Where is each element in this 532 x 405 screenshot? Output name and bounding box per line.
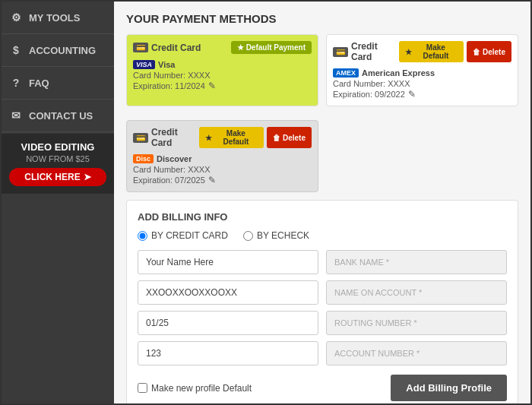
faq-icon: ? — [9, 76, 23, 90]
dollar-icon: $ — [9, 43, 23, 57]
credit-card-icon: 💳 — [133, 43, 148, 52]
default-payment-badge: ★ Default Payment — [231, 41, 312, 54]
payment-cards-grid: 💳 Credit Card ★ Default Payment VISA Vis… — [126, 34, 518, 106]
echeck-fields — [326, 250, 507, 365]
billing-footer: Make new profile Default Add Billing Pro… — [138, 375, 507, 401]
sidebar-item-label: CONTACT US — [29, 110, 93, 122]
card-actions: ★ Make Default 🗑 Delete — [399, 41, 511, 62]
sidebar: ⚙ MY TOOLS $ ACCOUNTING ? FAQ ✉ CONTACT … — [2, 2, 114, 403]
credit-card-icon: 💳 — [333, 47, 348, 57]
sidebar-item-my-tools[interactable]: ⚙ MY TOOLS — [2, 2, 114, 34]
delete-button-discover[interactable]: 🗑 Delete — [267, 127, 312, 148]
card-brand: AMEX American Express — [333, 68, 511, 78]
name-on-account-input[interactable] — [326, 280, 507, 305]
make-default-checkbox-label[interactable]: Make new profile Default — [138, 383, 252, 394]
payment-card-visa: 💳 Credit Card ★ Default Payment VISA Vis… — [126, 34, 318, 106]
card-info-discover: Disc Discover Card Number: XXXX Expirati… — [133, 154, 312, 185]
expiry-input[interactable] — [138, 311, 318, 335]
card-expiry: Expiration: 09/2022 ✎ — [333, 89, 511, 100]
arrow-icon: ➤ — [84, 172, 91, 182]
cvv-input[interactable] — [138, 341, 318, 365]
make-default-checkbox[interactable] — [138, 383, 147, 393]
credit-card-icon: 💳 — [133, 133, 148, 143]
echeck-option-label: BY ECHECK — [257, 230, 309, 241]
add-billing-button-label: Add Billing Profile — [406, 382, 492, 394]
promo-title: VIDEO EDITING — [9, 141, 106, 153]
page-title: YOUR PAYMENT METHODS — [126, 12, 518, 25]
billing-section: ADD BILLING INFO BY CREDIT CARD BY ECHEC… — [126, 200, 518, 403]
card-number-input[interactable] — [138, 280, 318, 305]
star-icon: ★ — [205, 134, 212, 142]
payment-card-discover: 💳 Credit Card ★ Make Default 🗑 Delete — [126, 120, 318, 192]
billing-title: ADD BILLING INFO — [138, 211, 507, 223]
card-actions: ★ Make Default 🗑 Delete — [199, 127, 312, 148]
cardholder-name-input[interactable] — [138, 250, 318, 274]
billing-columns — [138, 250, 507, 365]
gear-icon: ⚙ — [9, 11, 23, 24]
main-content: YOUR PAYMENT METHODS 💳 Credit Card ★ Def… — [114, 2, 530, 403]
card-brand: Disc Discover — [133, 154, 312, 163]
edit-icon[interactable]: ✎ — [208, 81, 216, 91]
star-icon: ★ — [405, 48, 412, 56]
discover-badge: Disc — [133, 154, 154, 163]
card-number: Card Number: XXXX — [133, 165, 312, 174]
sidebar-item-label: ACCOUNTING — [29, 45, 96, 56]
payment-card-amex: 💳 Credit Card ★ Make Default 🗑 Delete — [326, 34, 518, 106]
trash-icon: 🗑 — [473, 48, 480, 56]
credit-card-radio[interactable] — [138, 231, 147, 241]
routing-number-input[interactable] — [326, 311, 507, 335]
promo-click-here-button[interactable]: CLICK HERE ➤ — [9, 168, 106, 186]
make-default-label-text: Make new profile Default — [151, 383, 252, 394]
edit-icon[interactable]: ✎ — [208, 175, 216, 185]
sidebar-item-label: MY TOOLS — [29, 12, 80, 24]
sidebar-item-faq[interactable]: ? FAQ — [2, 67, 114, 100]
card-brand: VISA Visa — [133, 60, 312, 69]
card-type-label: 💳 Credit Card — [133, 43, 201, 53]
promo-subtitle: NOW FROM $25 — [9, 154, 106, 163]
card-info-amex: AMEX American Express Card Number: XXXX … — [333, 68, 511, 100]
promo-button-label: CLICK HERE — [24, 172, 80, 182]
payment-card-discover-row: 💳 Credit Card ★ Make Default 🗑 Delete — [126, 120, 518, 192]
sidebar-item-accounting[interactable]: $ ACCOUNTING — [2, 34, 114, 67]
make-default-button-discover[interactable]: ★ Make Default — [199, 127, 264, 148]
envelope-icon: ✉ — [9, 109, 23, 122]
credit-card-option[interactable]: BY CREDIT CARD — [138, 230, 228, 241]
credit-card-fields — [138, 250, 318, 365]
card-number: Card Number: XXXX — [333, 79, 511, 88]
credit-card-option-label: BY CREDIT CARD — [151, 230, 228, 241]
echeck-radio[interactable] — [243, 231, 253, 241]
account-number-input[interactable] — [326, 341, 507, 365]
trash-icon: 🗑 — [273, 134, 280, 142]
card-header: 💳 Credit Card ★ Make Default 🗑 Delete — [333, 41, 511, 62]
star-icon: ★ — [237, 43, 244, 52]
card-actions: ★ Default Payment — [231, 41, 312, 54]
sidebar-item-label: FAQ — [29, 78, 49, 89]
card-number: Card Number: XXXX — [133, 71, 312, 80]
card-info-visa: VISA Visa Card Number: XXXX Expiration: … — [133, 60, 312, 91]
make-default-button-amex[interactable]: ★ Make Default — [399, 41, 464, 62]
card-header: 💳 Credit Card ★ Default Payment — [133, 41, 312, 54]
card-expiry: Expiration: 11/2024 ✎ — [133, 81, 312, 91]
card-type-label: 💳 Credit Card — [133, 127, 199, 148]
visa-badge: VISA — [133, 60, 155, 69]
card-header: 💳 Credit Card ★ Make Default 🗑 Delete — [133, 127, 312, 148]
add-billing-button[interactable]: Add Billing Profile — [391, 375, 507, 401]
video-promo-section: VIDEO EDITING NOW FROM $25 CLICK HERE ➤ — [2, 134, 114, 194]
edit-icon[interactable]: ✎ — [408, 89, 416, 100]
card-type-label: 💳 Credit Card — [333, 41, 399, 62]
card-expiry: Expiration: 07/2025 ✎ — [133, 175, 312, 185]
billing-options: BY CREDIT CARD BY ECHECK — [138, 230, 507, 241]
bank-name-input[interactable] — [326, 250, 507, 274]
delete-button-amex[interactable]: 🗑 Delete — [467, 41, 511, 62]
amex-badge: AMEX — [333, 68, 359, 78]
echeck-option[interactable]: BY ECHECK — [243, 230, 309, 241]
sidebar-item-contact-us[interactable]: ✉ CONTACT US — [2, 100, 114, 132]
